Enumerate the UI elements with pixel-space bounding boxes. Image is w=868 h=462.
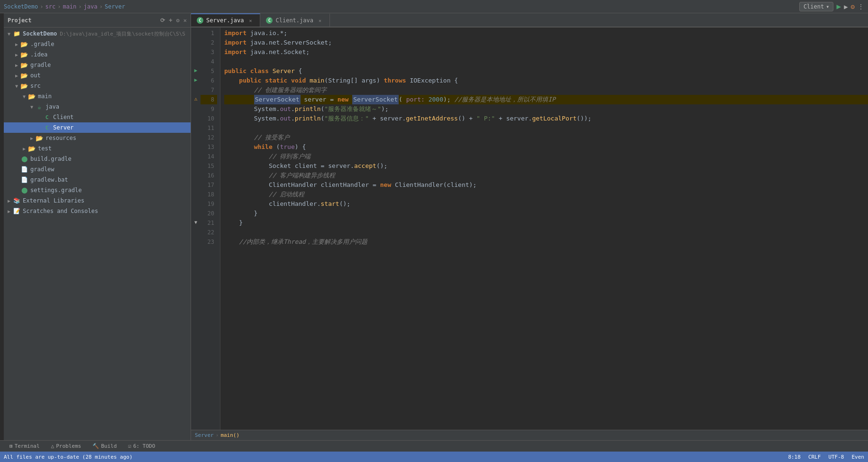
ln-23: 23 — [201, 237, 217, 247]
scratches-icon: 📝 — [12, 208, 21, 214]
bottom-tabs-bar: ⊞ Terminal △ Problems 🔨 Build ☑ 6: TODO — [0, 440, 868, 452]
code-line-2: import java.net.ServerSocket; — [224, 38, 868, 47]
folder5-icon: 📂 — [20, 83, 28, 90]
collapse-arrow4-icon: ▶ — [13, 73, 20, 78]
add-icon[interactable]: + — [169, 17, 172, 24]
sidebar-item-socketdemo[interactable]: ▼ 📁 SocketDemo D:\java\java_idle_项目集\soc… — [4, 28, 191, 39]
run-config-label: Client — [804, 3, 824, 10]
chevron-down-icon: ▾ — [826, 3, 829, 10]
external-libs-icon: 📚 — [12, 197, 21, 204]
client-java-icon: C — [43, 114, 51, 120]
debug-button[interactable]: ▶ — [844, 3, 848, 10]
problems-tab[interactable]: △ Problems — [46, 441, 87, 452]
build-tab[interactable]: 🔨 Build — [87, 441, 122, 452]
gradlew-bat-icon: 📄 — [20, 176, 28, 183]
code-lines[interactable]: import java.io.*; import java.net.Server… — [220, 28, 868, 430]
gutter-17 — [191, 179, 201, 189]
code-container[interactable]: ▶ ▶ ⚠ ▼ 1 2 — [191, 28, 868, 430]
src-folder-label: src — [30, 83, 41, 89]
sidebar-item-src[interactable]: ▼ 📂 src — [4, 81, 191, 91]
code-line-1: import java.io.*; — [224, 28, 868, 38]
main-crumb[interactable]: main — [63, 3, 76, 10]
code-line-17: ClientHandler clientHandler = new Client… — [224, 180, 868, 190]
code-line-3: import java.net.Socket; — [224, 47, 868, 57]
server-tab[interactable]: C Server.java ✕ — [191, 13, 260, 27]
more-run-button[interactable]: ⋮ — [858, 3, 864, 10]
ln-17: 17 — [201, 180, 217, 190]
run-button[interactable]: ▶ — [836, 2, 841, 11]
project-name[interactable]: SocketDemo — [4, 3, 38, 10]
breadcrumb-bar: Server › main() — [191, 430, 868, 440]
line-ending[interactable]: CRLF — [808, 454, 821, 460]
sync-icon[interactable]: ⟳ — [160, 17, 165, 24]
folder-icon: 📂 — [20, 41, 28, 48]
sidebar-item-build-gradle[interactable]: ⬤ build.gradle — [4, 154, 191, 164]
gutter-13 — [191, 141, 201, 151]
java-folder-label: java — [46, 103, 59, 110]
sidebar-item-test[interactable]: ▶ 📂 test — [4, 143, 191, 154]
class-crumb[interactable]: Server — [105, 3, 125, 10]
settings-gradle-icon: ⬤ — [20, 187, 28, 194]
client-tab[interactable]: C Client.java ✕ — [260, 13, 329, 27]
sidebar-item-resources[interactable]: ▶ 📂 resources — [4, 133, 191, 143]
src-crumb[interactable]: src — [45, 3, 55, 10]
event-mode[interactable]: Even — [852, 454, 865, 460]
settings-gradle-label: settings.gradle — [30, 187, 82, 194]
collapse-arrow8-icon: ▶ — [28, 136, 35, 141]
ln-14: 14 — [201, 152, 217, 161]
ln-6: 6 — [201, 76, 217, 85]
sidebar-item-main[interactable]: ▼ 📂 main — [4, 91, 191, 102]
java-crumb[interactable]: java — [84, 3, 98, 10]
gutter-2 — [191, 37, 201, 46]
sidebar-item-dotgradle[interactable]: ▶ 📂 .gradle — [4, 39, 191, 49]
gradlew-icon: 📄 — [20, 166, 28, 173]
problems-label: Problems — [56, 443, 81, 449]
code-line-15: Socket client = server.accept(); — [224, 161, 868, 171]
close-panel-icon[interactable]: ✕ — [183, 17, 187, 24]
collapse-arrow3-icon: ▶ — [13, 63, 20, 68]
sidebar-item-scratches[interactable]: ▶ 📝 Scratches and Consoles — [4, 206, 191, 216]
run-config-selector[interactable]: Client ▾ — [799, 2, 834, 11]
gutter-1 — [191, 28, 201, 37]
gutter-21: ▼ — [191, 217, 201, 227]
profile-button[interactable]: ⚙ — [851, 3, 855, 10]
expand-arrow5-icon: ▼ — [13, 83, 20, 89]
sidebar-item-java[interactable]: ▼ ☕ java — [4, 102, 191, 112]
sidebar-item-external-libs[interactable]: ▶ 📚 External Libraries — [4, 195, 191, 206]
sidebar-item-gradle[interactable]: ▶ 📂 gradle — [4, 60, 191, 70]
sidebar-item-out[interactable]: ▶ 📂 out — [4, 70, 191, 81]
settings-icon[interactable]: ⚙ — [176, 17, 180, 24]
todo-tab[interactable]: ☑ 6: TODO — [122, 441, 161, 452]
sidebar-item-gradlew-bat[interactable]: 📄 gradlew.bat — [4, 175, 191, 185]
code-line-12: // 接受客户 — [224, 133, 868, 142]
scratches-label: Scratches and Consoles — [23, 208, 98, 214]
client-tab-close-icon[interactable]: ✕ — [316, 17, 324, 24]
encoding[interactable]: UTF-8 — [828, 454, 844, 460]
sidebar-item-server[interactable]: C Server — [4, 122, 191, 133]
server-tab-close-icon[interactable]: ✕ — [247, 17, 254, 24]
sidebar-item-settings-gradle[interactable]: ⬤ settings.gradle — [4, 185, 191, 195]
problems-icon: △ — [51, 443, 55, 449]
sidebar-item-dotidea[interactable]: ▶ 📂 .idea — [4, 49, 191, 60]
gutter-18 — [191, 189, 201, 198]
ln-13: 13 — [201, 142, 217, 152]
code-line-4 — [224, 57, 868, 66]
breadcrumb-sep: › — [216, 432, 219, 438]
breadcrumb: SocketDemo › src › main › java › Server — [4, 3, 125, 10]
build-label: Build — [101, 443, 117, 449]
test-label: test — [38, 145, 52, 152]
ln-11: 11 — [201, 123, 217, 133]
ln-22: 22 — [201, 228, 217, 237]
line-col[interactable]: 8:18 — [788, 454, 801, 460]
server-java-icon: C — [43, 125, 51, 131]
ln-1: 1 — [201, 28, 217, 38]
status-right: 8:18 CRLF UTF-8 Even — [788, 454, 864, 460]
gutter-6: ▶ — [191, 75, 201, 84]
sidebar-item-gradlew[interactable]: 📄 gradlew — [4, 164, 191, 175]
collapse-arrow9-icon: ▶ — [21, 146, 27, 151]
code-line-9: System.out.println("服务器准备就绪～"); — [224, 104, 868, 114]
terminal-tab[interactable]: ⊞ Terminal — [4, 441, 46, 452]
gutter-9 — [191, 103, 201, 113]
server-tab-icon: C — [197, 17, 203, 24]
sidebar-item-client[interactable]: C Client — [4, 112, 191, 122]
